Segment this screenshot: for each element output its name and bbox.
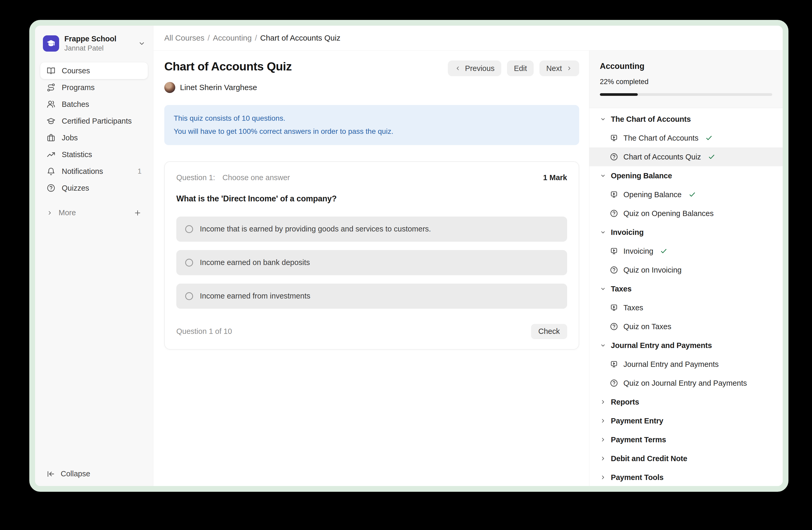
outline-section-journal-entry-and-payments[interactable]: Journal Entry and Payments [589,336,783,355]
answer-option-label: Income that is earned by providing goods… [200,225,431,233]
sidebar-item-certified-participants[interactable]: Certified Participants [40,113,148,129]
outline-item-taxes[interactable]: Taxes [589,298,783,317]
sidebar-item-batches[interactable]: Batches [40,96,148,113]
sidebar-nav: CoursesProgramsBatchesCertified Particip… [40,62,148,196]
sidebar-item-statistics[interactable]: Statistics [40,146,148,163]
course-progress-bar [600,93,772,96]
outline-section-payment-entry[interactable]: Payment Entry [589,412,783,430]
workspace-switcher[interactable]: Frappe School Jannat Patel [40,32,148,54]
chevron-left-icon [455,65,461,71]
edit-button[interactable]: Edit [507,60,534,76]
sidebar-item-label: Certified Participants [62,117,132,125]
outline-item-invoicing[interactable]: Invoicing [589,242,783,261]
outline-item-label: Invoicing [623,247,653,255]
answer-option-3[interactable]: Income earned from investments [176,283,567,309]
radio-icon[interactable] [185,292,193,300]
question-number-label: Question 1: [176,173,215,182]
outline-item-quiz-on-invoicing[interactable]: Quiz on Invoicing [589,261,783,279]
help-circle-icon [610,266,618,274]
outline-section-title: Reports [611,398,639,406]
chevron-down-icon [600,229,606,235]
breadcrumb-all-courses[interactable]: All Courses [164,33,204,42]
outline-item-journal-entry-and-payments[interactable]: Journal Entry and Payments [589,355,783,374]
book-open-icon [46,66,56,75]
chevron-right-icon [600,418,606,424]
plus-icon[interactable] [134,209,142,217]
monitor-play-icon [610,360,618,368]
question-instruction: Choose one answer [222,173,290,182]
sidebar-item-label: Batches [62,100,89,109]
graduation-cap-icon [46,38,56,49]
course-title: Accounting [600,61,772,71]
outline-item-label: Quiz on Invoicing [623,266,681,275]
monitor-play-icon [610,304,618,312]
sidebar-more[interactable]: More [40,208,148,217]
page-title: Chart of Accounts Quiz [164,59,292,73]
outline-item-quiz-on-taxes[interactable]: Quiz on Taxes [589,317,783,336]
question-marks: 1 Mark [543,173,567,182]
outline-section-reports[interactable]: Reports [589,392,783,412]
outline-section-the-chart-of-accounts[interactable]: The Chart of Accounts [589,110,783,128]
app-window: Frappe School Jannat Patel CoursesProgra… [29,20,788,492]
help-circle-icon [610,379,618,387]
sidebar-item-label: Statistics [62,150,92,159]
outline-item-chart-of-accounts-quiz[interactable]: Chart of Accounts Quiz [589,148,783,166]
chevron-right-icon [600,455,606,462]
outline-item-quiz-on-journal-entry-and-payments[interactable]: Quiz on Journal Entry and Payments [589,374,783,392]
monitor-play-icon [610,134,618,142]
quiz-notice-line2: You will have to get 100% correct answer… [174,125,570,138]
chevron-right-icon [600,474,606,480]
outline-section-payment-tools[interactable]: Payment Tools [589,468,783,486]
author-avatar [164,82,175,93]
sidebar-item-label: Quizzes [62,184,89,193]
previous-button[interactable]: Previous [448,60,502,76]
sidebar-item-courses[interactable]: Courses [40,62,148,79]
chevron-down-icon [600,342,606,349]
radio-icon[interactable] [185,259,193,267]
outline-item-the-chart-of-accounts[interactable]: The Chart of Accounts [589,128,783,148]
outline-section-debit-and-credit-note[interactable]: Debit and Credit Note [589,449,783,468]
outline-item-label: Quiz on Taxes [623,322,671,331]
help-circle-icon [46,184,56,193]
outline-item-label: Quiz on Opening Balances [623,209,714,218]
check-icon [660,248,667,255]
outline-section-payment-terms[interactable]: Payment Terms [589,430,783,449]
outline-section-title: Invoicing [611,228,644,237]
monitor-play-icon [610,190,618,199]
sidebar-item-label: Programs [62,83,95,92]
outline-section-invoicing[interactable]: Invoicing [589,223,783,242]
collapse-sidebar-button[interactable]: Collapse [46,470,90,478]
question-pagination: Question 1 of 10 [176,327,232,336]
collapse-left-icon [46,470,55,478]
lesson-nav-buttons: Previous Edit Next [448,60,579,76]
sidebar-item-jobs[interactable]: Jobs [40,129,148,146]
check-button[interactable]: Check [531,324,567,339]
sidebar-item-quizzes[interactable]: Quizzes [40,180,148,196]
chevron-down-icon [138,40,146,47]
radio-icon[interactable] [185,225,193,233]
sidebar-item-programs[interactable]: Programs [40,79,148,96]
outline-section-opening-balance[interactable]: Opening Balance [589,166,783,185]
answer-option-2[interactable]: Income earned on bank deposits [176,250,567,275]
trending-up-icon [46,150,56,159]
sidebar-item-notifications[interactable]: Notifications1 [40,163,148,180]
answer-option-1[interactable]: Income that is earned by providing goods… [176,217,567,242]
outline-section-title: Opening Balance [611,171,672,180]
frappe-school-logo [43,36,59,52]
lesson-content: Chart of Accounts Quiz Previous Edit Nex… [153,51,589,486]
breadcrumb-separator: / [255,33,257,42]
outline-section-taxes[interactable]: Taxes [589,279,783,298]
breadcrumb-course[interactable]: Accounting [213,33,252,42]
next-button[interactable]: Next [539,60,579,76]
quiz-card: Question 1: Choose one answer 1 Mark Wha… [164,161,579,350]
graduation-cap-icon [46,116,56,125]
check-icon [705,134,713,142]
quiz-notice: This quiz consists of 10 questions. You … [164,105,579,145]
chevron-down-icon [600,286,606,292]
outline-section-title: Payment Entry [611,417,663,425]
outline-section-title: Payment Tools [611,473,664,482]
answer-options: Income that is earned by providing goods… [176,217,567,309]
outline-item-quiz-on-opening-balances[interactable]: Quiz on Opening Balances [589,204,783,223]
outline-item-label: Opening Balance [623,190,682,199]
outline-item-opening-balance[interactable]: Opening Balance [589,185,783,204]
